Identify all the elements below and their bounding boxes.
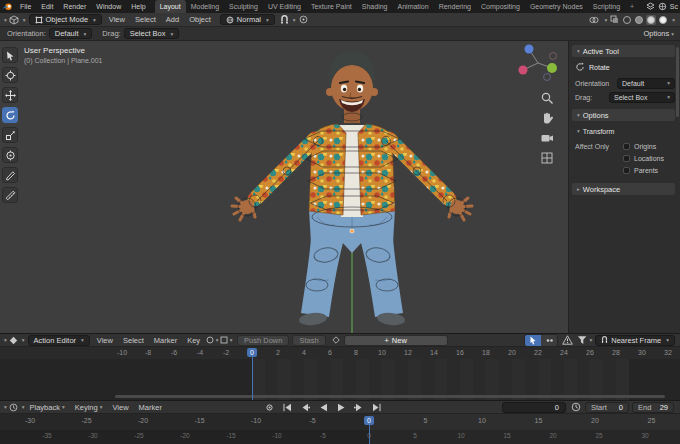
menu-help[interactable]: Help bbox=[126, 3, 150, 10]
ghost-dropdown-icon[interactable]: ▾ bbox=[205, 336, 219, 344]
select-box-tool-icon[interactable] bbox=[2, 47, 18, 63]
push-down-button[interactable]: Push Down bbox=[237, 335, 289, 346]
tl-menu-view[interactable]: View bbox=[107, 403, 133, 412]
active-tool-row[interactable]: Rotate bbox=[575, 61, 675, 73]
scene-icon[interactable] bbox=[658, 2, 667, 11]
shading-rendered-icon[interactable] bbox=[658, 15, 668, 25]
panel-options[interactable]: ▾ Options bbox=[572, 109, 675, 121]
auto-key-record-icon[interactable] bbox=[263, 402, 276, 413]
overlays-icon[interactable] bbox=[588, 16, 600, 24]
prev-keyframe-icon[interactable] bbox=[299, 402, 312, 413]
playback-popover[interactable]: Playback ▾ bbox=[25, 403, 70, 412]
filter-funnel-icon[interactable]: ▾ bbox=[577, 335, 592, 345]
dopesheet-ruler[interactable]: -10-8-6-4-22468101214161820222426283032 … bbox=[0, 347, 680, 359]
pan-hand-icon[interactable] bbox=[540, 111, 554, 125]
vp-menu-select[interactable]: Select bbox=[130, 15, 161, 24]
menu-render[interactable]: Render bbox=[58, 3, 91, 10]
shading-material-icon[interactable] bbox=[646, 15, 656, 25]
current-frame-field[interactable]: 0 bbox=[502, 402, 566, 413]
gizmo-x-axis[interactable] bbox=[519, 66, 528, 75]
dope-menu-key[interactable]: Key bbox=[182, 336, 205, 345]
scene-name[interactable]: Sc bbox=[670, 3, 678, 10]
proportional-editing-icon[interactable] bbox=[298, 15, 310, 24]
add-workspace-tab[interactable]: + bbox=[625, 0, 639, 13]
snap-magnet-icon[interactable] bbox=[278, 15, 291, 25]
camera-view-icon[interactable] bbox=[540, 131, 554, 145]
move-tool-icon[interactable] bbox=[2, 87, 18, 103]
keying-popover[interactable]: Keying ▾ bbox=[70, 403, 108, 412]
stash-button[interactable]: Stash bbox=[292, 335, 325, 346]
next-keyframe-icon[interactable] bbox=[353, 402, 366, 413]
frame-start-field[interactable]: Start 0 bbox=[585, 402, 629, 413]
multi-select-icon[interactable] bbox=[541, 335, 557, 346]
timeline-ruler[interactable]: -30-25-20-15-10-5510152025 0 bbox=[0, 414, 680, 430]
browse-action-icon[interactable] bbox=[330, 336, 342, 344]
menu-file[interactable]: File bbox=[15, 3, 36, 10]
panel-active-tool[interactable]: ▾ Active Tool bbox=[572, 45, 675, 57]
tab-scripting[interactable]: Scripting bbox=[588, 0, 625, 13]
shading-chevron-icon[interactable]: ▾ bbox=[672, 17, 675, 23]
play-reverse-icon[interactable] bbox=[317, 402, 330, 413]
tab-animation[interactable]: Animation bbox=[393, 0, 434, 13]
shading-solid-icon[interactable] bbox=[634, 15, 644, 25]
editor-type-3d-icon[interactable] bbox=[7, 15, 21, 25]
new-action-button[interactable]: + New bbox=[344, 335, 448, 346]
snap-chevron-icon[interactable]: ▾ bbox=[293, 17, 296, 23]
vp-menu-view[interactable]: View bbox=[104, 15, 130, 24]
tweak-select-icon[interactable] bbox=[525, 335, 541, 346]
vp-menu-add[interactable]: Add bbox=[161, 15, 184, 24]
tab-shading[interactable]: Shading bbox=[357, 0, 393, 13]
tab-rendering[interactable]: Rendering bbox=[434, 0, 476, 13]
mode-dropdown[interactable]: Object Mode ▾ bbox=[29, 14, 102, 25]
preview-range-clock-icon[interactable] bbox=[569, 402, 582, 412]
view-layer-icon[interactable] bbox=[646, 2, 655, 11]
ts-drag-dropdown[interactable]: Select Box ▾ bbox=[124, 28, 180, 39]
zoom-icon[interactable] bbox=[540, 91, 554, 105]
timeline-sub-strip[interactable]: -35-30-25-20-15-10-5051015202530 bbox=[0, 430, 680, 444]
scale-tool-icon[interactable] bbox=[2, 127, 18, 143]
jump-to-end-icon[interactable] bbox=[371, 402, 384, 413]
tab-geometry-nodes[interactable]: Geometry Nodes bbox=[525, 0, 588, 13]
gizmo-z-axis[interactable] bbox=[525, 45, 534, 54]
sidebar-scrollbar[interactable] bbox=[676, 47, 679, 117]
menu-edit[interactable]: Edit bbox=[36, 3, 58, 10]
checkbox-locations[interactable]: Locations bbox=[623, 153, 675, 164]
dopesheet-content[interactable] bbox=[0, 359, 680, 400]
timeline-playhead-line[interactable] bbox=[369, 424, 370, 444]
dopesheet-hscrollbar[interactable] bbox=[115, 395, 665, 398]
checkbox-parents[interactable]: Parents bbox=[623, 165, 675, 176]
tab-texture-paint[interactable]: Texture Paint bbox=[306, 0, 357, 13]
tl-menu-marker[interactable]: Marker bbox=[134, 403, 167, 412]
dope-menu-view[interactable]: View bbox=[92, 336, 118, 345]
shading-wireframe-icon[interactable] bbox=[622, 15, 632, 25]
editor-type-chevron-icon[interactable]: ▾ bbox=[23, 17, 26, 23]
transform-orientation-dropdown[interactable]: Normal ▾ bbox=[220, 14, 275, 25]
sb-drag-dropdown[interactable]: Select Box ▾ bbox=[609, 92, 675, 103]
dopesheet-playhead[interactable]: 0 bbox=[247, 348, 257, 357]
checkbox-box[interactable] bbox=[623, 167, 630, 174]
tab-sculpting[interactable]: Sculpting bbox=[224, 0, 263, 13]
checkbox-box[interactable] bbox=[623, 155, 630, 162]
navigation-gizmo[interactable] bbox=[516, 43, 560, 87]
ts-orientation-dropdown[interactable]: Default ▾ bbox=[49, 28, 93, 39]
tab-uv-editing[interactable]: UV Editing bbox=[263, 0, 306, 13]
action-editor-dropdown[interactable]: Action Editor ▾ bbox=[28, 335, 90, 346]
viewport-3d[interactable]: User Perspective (0) Collection | Plane.… bbox=[0, 41, 568, 333]
sb-orientation-dropdown[interactable]: Default ▾ bbox=[617, 78, 675, 89]
transform-subpanel-header[interactable]: ▾ Transform bbox=[575, 125, 675, 137]
layers-dropdown-icon[interactable]: ▾ bbox=[219, 336, 233, 344]
editor-type-timeline-icon[interactable] bbox=[7, 403, 20, 412]
panel-workspace[interactable]: ▸ Workspace bbox=[572, 183, 675, 195]
vp-menu-object[interactable]: Object bbox=[184, 15, 216, 24]
editor-type-chevron-icon[interactable]: ▾ bbox=[22, 337, 25, 343]
measure-tool-icon[interactable] bbox=[2, 187, 18, 203]
dope-menu-select[interactable]: Select bbox=[118, 336, 149, 345]
gizmo-y-axis[interactable] bbox=[547, 63, 557, 73]
warning-icon[interactable] bbox=[561, 335, 574, 345]
transform-tool-icon[interactable] bbox=[2, 147, 18, 163]
dope-menu-marker[interactable]: Marker bbox=[149, 336, 182, 345]
ortho-grid-icon[interactable] bbox=[540, 151, 554, 165]
xray-toggle-icon[interactable] bbox=[609, 15, 620, 24]
overlays-chevron-icon[interactable]: ▾ bbox=[604, 17, 607, 23]
jump-to-start-icon[interactable] bbox=[281, 402, 294, 413]
